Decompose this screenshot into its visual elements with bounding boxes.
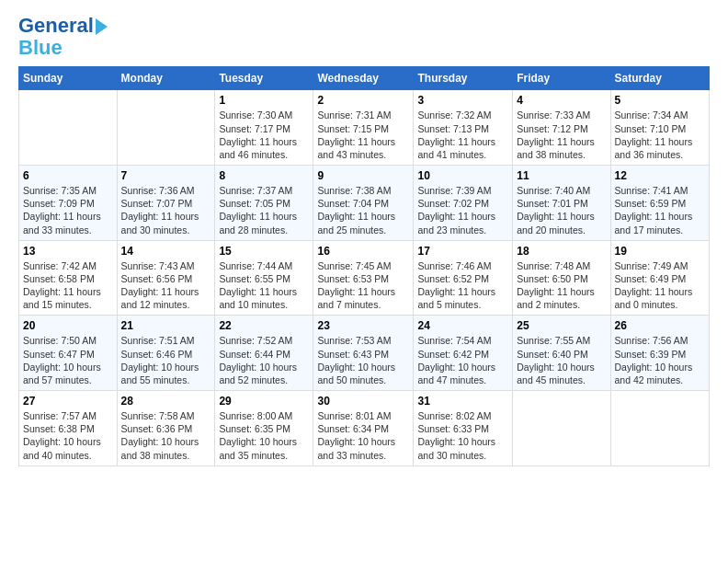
- day-info: Sunrise: 7:39 AM Sunset: 7:02 PM Dayligh…: [417, 184, 508, 236]
- day-info: Sunrise: 7:49 AM Sunset: 6:49 PM Dayligh…: [615, 259, 705, 312]
- calendar-cell: [117, 90, 215, 166]
- day-info: Sunrise: 7:56 AM Sunset: 6:39 PM Dayligh…: [615, 334, 705, 386]
- calendar-cell: 9Sunrise: 7:38 AM Sunset: 7:04 PM Daylig…: [313, 166, 414, 241]
- day-number: 20: [23, 319, 113, 332]
- logo-text: General: [18, 15, 108, 37]
- day-info: Sunrise: 7:51 AM Sunset: 6:46 PM Dayligh…: [121, 334, 211, 386]
- day-info: Sunrise: 8:01 AM Sunset: 6:34 PM Dayligh…: [317, 409, 409, 462]
- day-number: 19: [615, 245, 705, 258]
- calendar-cell: 5Sunrise: 7:34 AM Sunset: 7:10 PM Daylig…: [610, 90, 709, 166]
- calendar-week-row: 6Sunrise: 7:35 AM Sunset: 7:09 PM Daylig…: [19, 166, 710, 241]
- day-number: 5: [615, 94, 705, 107]
- calendar-week-row: 1Sunrise: 7:30 AM Sunset: 7:17 PM Daylig…: [19, 90, 710, 166]
- weekday-header-sunday: Sunday: [19, 67, 118, 90]
- logo-blue: Blue: [18, 37, 63, 59]
- day-info: Sunrise: 7:45 AM Sunset: 6:53 PM Dayligh…: [317, 259, 409, 312]
- day-number: 12: [615, 169, 705, 182]
- calendar-cell: 24Sunrise: 7:54 AM Sunset: 6:42 PM Dayli…: [414, 316, 513, 391]
- day-number: 9: [317, 169, 409, 182]
- day-info: Sunrise: 7:43 AM Sunset: 6:56 PM Dayligh…: [121, 259, 211, 312]
- day-info: Sunrise: 7:44 AM Sunset: 6:55 PM Dayligh…: [219, 259, 309, 312]
- day-number: 21: [121, 319, 211, 332]
- calendar-cell: 12Sunrise: 7:41 AM Sunset: 6:59 PM Dayli…: [610, 166, 709, 241]
- day-number: 30: [317, 395, 409, 408]
- day-number: 11: [517, 169, 606, 182]
- calendar-cell: 16Sunrise: 7:45 AM Sunset: 6:53 PM Dayli…: [313, 240, 414, 316]
- calendar-header-row: SundayMondayTuesdayWednesdayThursdayFrid…: [19, 67, 710, 90]
- calendar-cell: 19Sunrise: 7:49 AM Sunset: 6:49 PM Dayli…: [610, 240, 709, 316]
- weekday-header-saturday: Saturday: [610, 67, 709, 90]
- calendar-cell: 26Sunrise: 7:56 AM Sunset: 6:39 PM Dayli…: [610, 316, 709, 391]
- day-number: 28: [121, 395, 211, 408]
- page-header: General Blue: [18, 15, 710, 59]
- calendar-week-row: 27Sunrise: 7:57 AM Sunset: 6:38 PM Dayli…: [19, 391, 710, 466]
- day-number: 27: [23, 395, 113, 408]
- day-info: Sunrise: 7:41 AM Sunset: 6:59 PM Dayligh…: [615, 184, 705, 236]
- day-number: 29: [219, 395, 309, 408]
- calendar-cell: 22Sunrise: 7:52 AM Sunset: 6:44 PM Dayli…: [215, 316, 313, 391]
- day-info: Sunrise: 7:30 AM Sunset: 7:17 PM Dayligh…: [219, 109, 309, 161]
- day-info: Sunrise: 7:38 AM Sunset: 7:04 PM Dayligh…: [317, 184, 409, 236]
- day-number: 17: [417, 245, 508, 258]
- day-number: 2: [317, 94, 409, 107]
- day-info: Sunrise: 7:52 AM Sunset: 6:44 PM Dayligh…: [219, 334, 309, 386]
- logo-general: General: [18, 14, 94, 37]
- calendar-cell: [610, 391, 709, 466]
- day-number: 24: [417, 319, 508, 332]
- calendar-cell: 2Sunrise: 7:31 AM Sunset: 7:15 PM Daylig…: [313, 90, 414, 166]
- day-info: Sunrise: 8:00 AM Sunset: 6:35 PM Dayligh…: [219, 409, 309, 462]
- calendar-cell: 14Sunrise: 7:43 AM Sunset: 6:56 PM Dayli…: [117, 240, 215, 316]
- calendar-cell: 1Sunrise: 7:30 AM Sunset: 7:17 PM Daylig…: [215, 90, 313, 166]
- calendar-cell: 4Sunrise: 7:33 AM Sunset: 7:12 PM Daylig…: [513, 90, 610, 166]
- calendar-table: SundayMondayTuesdayWednesdayThursdayFrid…: [18, 66, 710, 465]
- calendar-cell: 30Sunrise: 8:01 AM Sunset: 6:34 PM Dayli…: [313, 391, 414, 466]
- day-number: 25: [517, 319, 606, 332]
- day-info: Sunrise: 7:36 AM Sunset: 7:07 PM Dayligh…: [121, 184, 211, 236]
- day-number: 1: [219, 94, 309, 107]
- calendar-cell: 21Sunrise: 7:51 AM Sunset: 6:46 PM Dayli…: [117, 316, 215, 391]
- logo-arrow-icon: [96, 18, 108, 35]
- day-number: 31: [417, 395, 508, 408]
- calendar-cell: 7Sunrise: 7:36 AM Sunset: 7:07 PM Daylig…: [117, 166, 215, 241]
- day-info: Sunrise: 7:57 AM Sunset: 6:38 PM Dayligh…: [23, 409, 113, 462]
- day-info: Sunrise: 7:50 AM Sunset: 6:47 PM Dayligh…: [23, 334, 113, 386]
- day-number: 18: [517, 245, 606, 258]
- calendar-cell: [19, 90, 118, 166]
- logo: General Blue: [18, 15, 108, 59]
- weekday-header-friday: Friday: [513, 67, 610, 90]
- weekday-header-tuesday: Tuesday: [215, 67, 313, 90]
- calendar-cell: 31Sunrise: 8:02 AM Sunset: 6:33 PM Dayli…: [414, 391, 513, 466]
- day-number: 3: [417, 94, 508, 107]
- day-info: Sunrise: 7:31 AM Sunset: 7:15 PM Dayligh…: [317, 109, 409, 161]
- calendar-cell: 3Sunrise: 7:32 AM Sunset: 7:13 PM Daylig…: [414, 90, 513, 166]
- day-info: Sunrise: 7:46 AM Sunset: 6:52 PM Dayligh…: [417, 259, 508, 312]
- day-number: 14: [121, 245, 211, 258]
- calendar-cell: 18Sunrise: 7:48 AM Sunset: 6:50 PM Dayli…: [513, 240, 610, 316]
- day-info: Sunrise: 7:55 AM Sunset: 6:40 PM Dayligh…: [517, 334, 606, 386]
- calendar-cell: 23Sunrise: 7:53 AM Sunset: 6:43 PM Dayli…: [313, 316, 414, 391]
- day-info: Sunrise: 7:58 AM Sunset: 6:36 PM Dayligh…: [121, 409, 211, 462]
- calendar-cell: 20Sunrise: 7:50 AM Sunset: 6:47 PM Dayli…: [19, 316, 118, 391]
- day-info: Sunrise: 7:40 AM Sunset: 7:01 PM Dayligh…: [517, 184, 606, 236]
- day-number: 16: [317, 245, 409, 258]
- day-number: 22: [219, 319, 309, 332]
- day-number: 7: [121, 169, 211, 182]
- calendar-cell: [513, 391, 610, 466]
- day-info: Sunrise: 7:48 AM Sunset: 6:50 PM Dayligh…: [517, 259, 606, 312]
- calendar-week-row: 20Sunrise: 7:50 AM Sunset: 6:47 PM Dayli…: [19, 316, 710, 391]
- calendar-cell: 8Sunrise: 7:37 AM Sunset: 7:05 PM Daylig…: [215, 166, 313, 241]
- calendar-cell: 28Sunrise: 7:58 AM Sunset: 6:36 PM Dayli…: [117, 391, 215, 466]
- day-number: 6: [23, 169, 113, 182]
- weekday-header-thursday: Thursday: [414, 67, 513, 90]
- day-number: 13: [23, 245, 113, 258]
- calendar-cell: 10Sunrise: 7:39 AM Sunset: 7:02 PM Dayli…: [414, 166, 513, 241]
- day-info: Sunrise: 7:42 AM Sunset: 6:58 PM Dayligh…: [23, 259, 113, 312]
- weekday-header-monday: Monday: [117, 67, 215, 90]
- calendar-week-row: 13Sunrise: 7:42 AM Sunset: 6:58 PM Dayli…: [19, 240, 710, 316]
- day-info: Sunrise: 7:53 AM Sunset: 6:43 PM Dayligh…: [317, 334, 409, 386]
- day-info: Sunrise: 7:54 AM Sunset: 6:42 PM Dayligh…: [417, 334, 508, 386]
- day-number: 23: [317, 319, 409, 332]
- day-info: Sunrise: 7:33 AM Sunset: 7:12 PM Dayligh…: [517, 109, 606, 161]
- day-number: 26: [615, 319, 705, 332]
- calendar-cell: 25Sunrise: 7:55 AM Sunset: 6:40 PM Dayli…: [513, 316, 610, 391]
